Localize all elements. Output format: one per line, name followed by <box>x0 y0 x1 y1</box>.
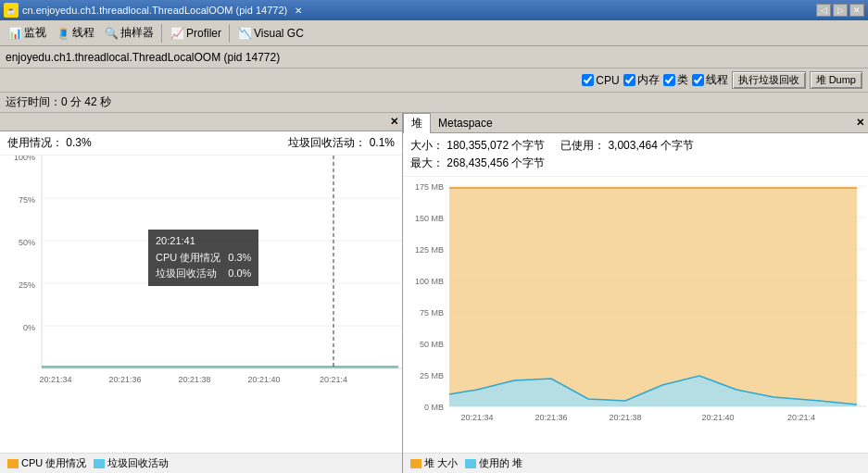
class-checkbox-item: 类 <box>663 72 688 88</box>
cpu-usage-value: 0.3% <box>66 136 91 149</box>
class-checkbox[interactable] <box>663 74 675 86</box>
thread-label: 线程 <box>72 25 94 41</box>
gc-legend-color <box>94 459 105 468</box>
profiler-icon: 📈 <box>170 26 184 41</box>
tab-heap[interactable]: 堆 <box>403 113 431 133</box>
svg-text:25%: 25% <box>19 280 35 290</box>
gc-activity-value: 0.1% <box>370 136 395 149</box>
visualgc-label: Visual GC <box>254 27 304 40</box>
cpu-chart-header: 使用情况： 0.3% 垃圾回收活动： 0.1% <box>0 131 402 156</box>
svg-text:20:21:34: 20:21:34 <box>460 413 493 422</box>
heap-size-legend-label: 堆 大小 <box>424 456 458 470</box>
runtime-label: 运行时间： <box>6 94 61 110</box>
window-title: cn.enjoyedu.ch1.threadlocal.ThreadLocalO… <box>22 5 287 16</box>
heap-size-legend-color <box>410 459 421 468</box>
cpu-usage-header: 使用情况： 0.3% <box>7 135 92 151</box>
address-text: enjoyedu.ch1.threadlocal.ThreadLocalOOM … <box>6 51 280 64</box>
cpu-panel-close[interactable]: ✕ <box>390 116 398 128</box>
max-value: 268,435,456 个字节 <box>447 156 545 169</box>
sampler-label: 抽样器 <box>120 25 154 41</box>
toolbar-monitor[interactable]: 📊 监视 <box>4 23 50 43</box>
window-controls: ◁ ▷ ✕ <box>816 4 864 17</box>
cpu-checkbox-item: CPU <box>582 74 619 87</box>
svg-text:20:21:34: 20:21:34 <box>39 375 71 384</box>
svg-text:100%: 100% <box>14 156 35 162</box>
runtime-bar: 运行时间： 0 分 42 秒 <box>0 93 868 113</box>
sampler-icon: 🔍 <box>104 26 119 41</box>
size-value: 180,355,072 个字节 <box>447 139 545 152</box>
close-button[interactable]: ✕ <box>849 4 864 17</box>
cpu-legend-item: CPU 使用情况 <box>7 456 86 470</box>
memory-label: 内存 <box>637 72 660 88</box>
monitor-label: 监视 <box>24 25 46 41</box>
profiler-label: Profiler <box>186 27 221 40</box>
heap-chart-svg: 175 MB 150 MB 125 MB 100 MB 75 MB 50 MB … <box>403 177 866 453</box>
toolbar-sampler[interactable]: 🔍 抽样器 <box>100 23 157 43</box>
cpu-checkbox[interactable] <box>582 74 594 86</box>
close-tab-icon[interactable]: ✕ <box>295 6 302 16</box>
heap-used-legend-color <box>465 459 476 468</box>
heap-used-legend-label: 使用的 堆 <box>479 456 522 470</box>
cpu-panel-titlebar: ✕ <box>0 113 402 131</box>
svg-text:20:21:36: 20:21:36 <box>108 375 141 384</box>
main-toolbar: 📊 监视 🧵 线程 🔍 抽样器 📈 Profiler 📉 Visual GC <box>0 20 868 46</box>
svg-text:20:21:38: 20:21:38 <box>609 413 641 422</box>
svg-text:75%: 75% <box>19 195 35 205</box>
svg-text:150 MB: 150 MB <box>415 214 444 223</box>
heap-used-legend: 使用的 堆 <box>465 456 522 470</box>
toolbar-profiler[interactable]: 📈 Profiler <box>166 24 225 43</box>
svg-text:25 MB: 25 MB <box>420 371 444 380</box>
cpu-label: CPU <box>596 74 619 87</box>
title-bar: ☕ cn.enjoyedu.ch1.threadlocal.ThreadLoca… <box>0 0 868 20</box>
heap-panel: 堆 Metaspace ✕ 大小： 180,355,072 个字节 已使用： 3… <box>403 113 868 473</box>
toolbar-thread[interactable]: 🧵 线程 <box>52 23 98 43</box>
maximize-button[interactable]: ▷ <box>833 4 848 17</box>
toolbar-divider-1 <box>161 24 162 43</box>
cpu-legend-color <box>7 459 19 468</box>
cpu-legend-label: CPU 使用情况 <box>21 456 86 470</box>
heap-dump-button[interactable]: 堆 Dump <box>810 71 862 89</box>
heap-chart-header: 大小： 180,355,072 个字节 已使用： 3,003,464 个字节 最… <box>403 133 868 177</box>
memory-checkbox[interactable] <box>623 74 635 86</box>
minimize-button[interactable]: ◁ <box>816 4 831 17</box>
cpu-chart-svg: 100% 75% 50% 25% 0% 20:21:34 20:21:36 20… <box>0 156 402 396</box>
heap-panel-close[interactable]: ✕ <box>856 117 864 129</box>
svg-text:20:21:4: 20:21:4 <box>787 413 815 422</box>
size-label: 大小： <box>410 139 444 152</box>
cpu-usage-label: 使用情况： <box>7 136 63 149</box>
class-label: 类 <box>677 72 688 88</box>
thread-checkbox-item: 线程 <box>692 72 728 88</box>
thread-icon: 🧵 <box>56 26 70 41</box>
svg-text:20:21:40: 20:21:40 <box>247 375 280 384</box>
svg-text:50%: 50% <box>19 238 35 247</box>
gc-legend-item: 垃圾回收活动 <box>94 456 169 470</box>
toolbar-divider-2 <box>229 24 230 43</box>
svg-text:20:21:36: 20:21:36 <box>535 413 567 422</box>
gc-activity-header: 垃圾回收活动： 0.1% <box>288 135 395 151</box>
svg-text:0%: 0% <box>23 323 35 332</box>
app-icon: ☕ <box>4 3 19 18</box>
toolbar-visualgc[interactable]: 📉 Visual GC <box>233 24 308 43</box>
gc-legend-label: 垃圾回收活动 <box>107 456 169 470</box>
heap-chart-area: 175 MB 150 MB 125 MB 100 MB 75 MB 50 MB … <box>403 177 868 453</box>
thread-label: 线程 <box>706 72 728 88</box>
svg-text:100 MB: 100 MB <box>415 277 444 286</box>
main-content: ✕ 使用情况： 0.3% 垃圾回收活动： 0.1% <box>0 113 868 473</box>
svg-text:125 MB: 125 MB <box>415 245 444 255</box>
cpu-panel: ✕ 使用情况： 0.3% 垃圾回收活动： 0.1% <box>0 113 403 473</box>
cpu-chart-footer: CPU 使用情况 垃圾回收活动 <box>0 453 402 473</box>
heap-size-legend: 堆 大小 <box>410 456 458 470</box>
memory-checkbox-item: 内存 <box>623 72 660 88</box>
used-label: 已使用： <box>560 139 605 152</box>
thread-checkbox[interactable] <box>692 74 704 86</box>
tab-metaspace[interactable]: Metaspace <box>431 115 500 131</box>
max-label: 最大： <box>410 156 444 169</box>
address-bar: enjoyedu.ch1.threadlocal.ThreadLocalOOM … <box>0 46 868 68</box>
svg-text:20:21:4: 20:21:4 <box>320 375 347 384</box>
svg-text:0 MB: 0 MB <box>424 403 444 412</box>
used-value: 3,003,464 个字节 <box>608 139 694 152</box>
heap-chart-footer: 堆 大小 使用的 堆 <box>403 453 868 473</box>
heap-panel-tabs: 堆 Metaspace ✕ <box>403 113 868 133</box>
gc-button[interactable]: 执行垃圾回收 <box>732 71 806 89</box>
title-bar-left: ☕ cn.enjoyedu.ch1.threadlocal.ThreadLoca… <box>4 3 302 18</box>
